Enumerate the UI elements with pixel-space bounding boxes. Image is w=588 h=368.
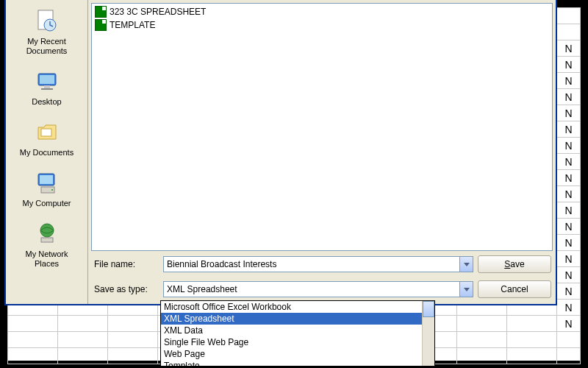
file-name: TEMPLATE <box>110 20 155 30</box>
scrollbar-thumb[interactable] <box>423 301 434 317</box>
svg-rect-10 <box>51 189 53 191</box>
excel-file-icon <box>95 6 107 18</box>
grid-cell[interactable] <box>507 348 557 364</box>
places-item-my-computer[interactable]: My Computer <box>6 165 87 216</box>
grid-cell[interactable]: N <box>557 154 581 170</box>
grid-cell[interactable] <box>507 316 557 332</box>
places-item-label: My Network Places <box>7 250 86 269</box>
file-item[interactable]: TEMPLATE <box>95 18 549 32</box>
chevron-down-icon <box>464 288 470 291</box>
grid-cell[interactable] <box>457 348 507 364</box>
filename-value: Biennial Broadcast Interests <box>167 259 459 269</box>
filename-label: File name: <box>93 259 159 269</box>
grid-cell[interactable] <box>8 316 58 332</box>
recent-docs-icon <box>34 7 60 34</box>
grid-cell[interactable] <box>557 348 581 364</box>
chevron-down-icon <box>464 263 470 266</box>
grid-cell[interactable]: N <box>557 57 581 73</box>
grid-cell[interactable] <box>557 8 581 24</box>
places-item-desktop[interactable]: Desktop <box>6 63 87 114</box>
savetype-label: Save as type: <box>93 284 159 294</box>
svg-rect-3 <box>40 75 54 84</box>
grid-cell[interactable] <box>8 332 58 348</box>
savetype-option[interactable]: Microsoft Office Excel Workbook <box>161 301 434 313</box>
grid-cell[interactable]: N <box>557 138 581 154</box>
grid-cell[interactable] <box>507 332 557 348</box>
file-name: 323 3C SPREADSHEET <box>110 7 206 17</box>
network-places-icon <box>34 220 60 247</box>
grid-cell[interactable]: N <box>557 316 581 332</box>
grid-cell[interactable]: N <box>557 235 581 251</box>
grid-cell[interactable]: N <box>557 186 581 202</box>
grid-cell[interactable]: N <box>557 267 581 283</box>
savetype-value: XML Spreadsheet <box>167 284 459 294</box>
grid-cell[interactable] <box>107 316 157 332</box>
file-listing[interactable]: 323 3C SPREADSHEETTEMPLATE <box>91 3 553 251</box>
savetype-option[interactable]: XML Data <box>161 325 434 336</box>
svg-rect-6 <box>41 129 51 136</box>
save-button[interactable]: Save <box>478 255 551 273</box>
savetype-option[interactable]: Template <box>161 360 434 368</box>
places-item-label: My Recent Documents <box>7 37 86 56</box>
savetype-select[interactable]: XML Spreadsheet <box>163 281 473 297</box>
my-computer-icon <box>34 169 60 196</box>
savetype-option[interactable]: Single File Web Page <box>161 336 434 348</box>
svg-rect-8 <box>40 175 53 184</box>
grid-cell[interactable]: N <box>557 89 581 105</box>
places-item-recent-docs[interactable]: My Recent Documents <box>6 3 87 63</box>
places-item-label: Desktop <box>7 97 86 107</box>
grid-cell[interactable]: N <box>557 40 581 57</box>
svg-rect-12 <box>41 238 53 242</box>
places-item-label: My Computer <box>7 199 86 208</box>
savetype-option[interactable]: XML Spreadsheet <box>161 313 434 325</box>
save-button-label: Save <box>504 259 524 269</box>
grid-cell[interactable] <box>457 332 507 348</box>
grid-cell[interactable] <box>557 332 581 348</box>
grid-cell[interactable]: N <box>557 121 581 138</box>
svg-rect-5 <box>41 88 53 90</box>
svg-rect-4 <box>44 85 50 88</box>
dropdown-scrollbar[interactable] <box>422 301 434 366</box>
places-item-my-documents[interactable]: My Documents <box>6 114 87 165</box>
savetype-dropdown-list[interactable]: Microsoft Office Excel WorkbookXML Sprea… <box>160 300 435 367</box>
grid-cell[interactable]: N <box>557 170 581 186</box>
grid-cell[interactable] <box>57 316 107 332</box>
places-item-label: My Documents <box>7 148 86 158</box>
grid-cell[interactable] <box>557 24 581 40</box>
cancel-button-label: Cancel <box>501 284 528 294</box>
grid-cell[interactable] <box>8 348 58 364</box>
filename-dropdown-button[interactable] <box>459 257 473 272</box>
desktop-icon <box>34 68 60 94</box>
grid-cell[interactable] <box>457 316 507 332</box>
grid-cell[interactable]: N <box>557 300 581 316</box>
file-item[interactable]: 323 3C SPREADSHEET <box>95 5 549 18</box>
grid-cell[interactable]: N <box>557 202 581 219</box>
svg-point-11 <box>40 224 54 237</box>
places-bar: My Recent DocumentsDesktopMy DocumentsMy… <box>6 0 88 304</box>
excel-file-icon <box>95 19 107 31</box>
savetype-option[interactable]: Web Page <box>161 348 434 360</box>
grid-cell[interactable] <box>107 332 157 348</box>
places-item-network-places[interactable]: My Network Places <box>6 216 87 276</box>
grid-cell[interactable]: N <box>557 219 581 235</box>
grid-cell[interactable]: N <box>557 105 581 121</box>
grid-cell[interactable]: N <box>557 73 581 89</box>
save-as-dialog: My Recent DocumentsDesktopMy DocumentsMy… <box>4 0 557 305</box>
filename-input[interactable]: Biennial Broadcast Interests <box>163 256 473 272</box>
my-documents-icon <box>34 118 60 145</box>
grid-cell[interactable]: N <box>557 251 581 267</box>
grid-cell[interactable] <box>57 348 107 364</box>
cancel-button[interactable]: Cancel <box>478 280 551 298</box>
savetype-dropdown-button[interactable] <box>459 282 473 297</box>
grid-cell[interactable] <box>57 332 107 348</box>
grid-cell[interactable] <box>107 348 157 364</box>
grid-cell[interactable]: N <box>557 283 581 300</box>
